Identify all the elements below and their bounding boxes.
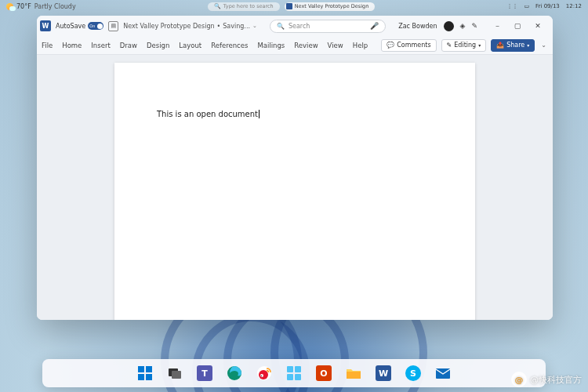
doc-name: Next Valley Prototype Design (123, 23, 214, 30)
svg-rect-2 (138, 374, 144, 380)
wifi-icon[interactable]: ⋮⋮ (506, 3, 517, 9)
system-search[interactable]: 🔍 Type here to search (208, 2, 280, 11)
svg-rect-3 (146, 374, 152, 380)
tab-review[interactable]: Review (294, 42, 318, 49)
chevron-down-icon[interactable]: ⌄ (252, 23, 257, 29)
tab-insert[interactable]: Insert (91, 42, 110, 49)
tab-references[interactable]: References (211, 42, 248, 49)
edge-icon[interactable] (227, 365, 242, 381)
search-icon: 🔍 (214, 3, 221, 9)
teams-icon[interactable]: T (197, 365, 212, 381)
start-button[interactable] (137, 365, 153, 381)
weibo-icon[interactable] (256, 365, 272, 381)
svg-rect-11 (287, 366, 293, 372)
save-icon[interactable]: ▤ (108, 21, 118, 31)
widgets-icon[interactable] (286, 365, 302, 381)
word-window: W AutoSave On ▤ Next Valley Prototype De… (37, 16, 553, 320)
active-app-label: Next Valley Prototype Design (295, 3, 369, 9)
document-title[interactable]: Next Valley Prototype Design • Saving...… (123, 23, 257, 30)
tab-mailings[interactable]: Mailings (257, 42, 285, 49)
svg-point-8 (259, 370, 268, 379)
active-app-pill[interactable]: Next Valley Prototype Design (285, 2, 376, 11)
document-canvas[interactable]: This is an open document (37, 55, 553, 320)
user-avatar[interactable] (444, 21, 454, 31)
share-button[interactable]: 📤Share▾ (491, 39, 535, 52)
system-date[interactable]: Fri 09/13 (535, 3, 560, 9)
mic-icon[interactable]: 🎤 (370, 22, 379, 30)
chevron-down-icon: ▾ (527, 42, 529, 48)
autosave-toggle[interactable]: On (88, 22, 103, 30)
ribbon: File Home Insert Draw Design Layout Refe… (37, 36, 553, 55)
battery-icon[interactable]: ▭ (524, 3, 529, 9)
weather-condition[interactable]: Partly Cloudy (34, 3, 76, 10)
chevron-down-icon: ▾ (478, 42, 481, 48)
user-name[interactable]: Zac Bowden (398, 23, 437, 30)
system-time[interactable]: 12:12 (566, 3, 582, 9)
titlebar-search[interactable]: 🔍 Search 🎤 (270, 20, 386, 33)
titlebar-search-placeholder: Search (289, 23, 366, 30)
document-body-text[interactable]: This is an open document (157, 110, 258, 118)
weather-icon[interactable] (6, 3, 13, 10)
word-mini-icon (286, 3, 292, 9)
watermark: @ @快科技官方 (511, 372, 582, 387)
weibo-watermark-icon: @ (511, 372, 527, 387)
editing-mode-button[interactable]: ✎Editing▾ (441, 39, 487, 52)
svg-rect-15 (347, 372, 361, 379)
tab-view[interactable]: View (328, 42, 343, 49)
office-icon[interactable]: O (316, 365, 332, 381)
svg-point-10 (261, 376, 263, 377)
mail-icon[interactable] (435, 365, 451, 381)
comment-icon: 💬 (387, 42, 394, 49)
weather-temp[interactable]: 70°F (16, 3, 31, 10)
share-icon: 📤 (496, 42, 504, 49)
svg-rect-0 (138, 366, 144, 372)
maximize-button[interactable]: ▢ (507, 16, 528, 36)
tab-file[interactable]: File (42, 42, 53, 49)
premium-icon[interactable]: ◈ (460, 22, 466, 30)
document-page[interactable]: This is an open document (114, 63, 475, 320)
close-button[interactable]: ✕ (528, 16, 548, 36)
svg-rect-14 (295, 374, 301, 380)
tab-home[interactable]: Home (62, 42, 82, 49)
doc-status: Saving... (223, 23, 250, 30)
minimize-button[interactable]: － (487, 16, 507, 36)
taskbar: T O W S (42, 359, 546, 387)
pencil-icon: ✎ (447, 42, 452, 49)
file-explorer-icon[interactable] (346, 365, 361, 381)
watermark-text: @快科技官方 (530, 374, 582, 386)
titlebar: W AutoSave On ▤ Next Valley Prototype De… (37, 16, 553, 36)
autosave-control[interactable]: AutoSave On (56, 22, 103, 30)
svg-rect-13 (287, 374, 293, 380)
skype-icon[interactable]: S (405, 365, 421, 381)
ink-icon[interactable]: ✎ (471, 22, 477, 30)
system-search-placeholder: Type here to search (223, 3, 274, 9)
svg-point-9 (260, 374, 263, 377)
search-icon: 🔍 (277, 23, 285, 30)
word-logo-icon: W (40, 20, 51, 31)
text-cursor (259, 110, 260, 118)
svg-rect-12 (295, 366, 301, 372)
tab-help[interactable]: Help (353, 42, 368, 49)
svg-rect-5 (172, 371, 181, 379)
ribbon-collapse-icon[interactable]: ⌄ (539, 42, 548, 49)
system-menubar: 70°F Partly Cloudy 🔍 Type here to search… (0, 0, 588, 13)
tab-design[interactable]: Design (147, 42, 169, 49)
taskview-button[interactable] (167, 365, 183, 381)
tab-draw[interactable]: Draw (120, 42, 137, 49)
comments-button[interactable]: 💬Comments (381, 39, 436, 52)
tab-layout[interactable]: Layout (179, 42, 201, 49)
autosave-label: AutoSave (56, 23, 85, 30)
svg-rect-1 (146, 366, 152, 372)
word-taskbar-icon[interactable]: W (376, 365, 391, 381)
